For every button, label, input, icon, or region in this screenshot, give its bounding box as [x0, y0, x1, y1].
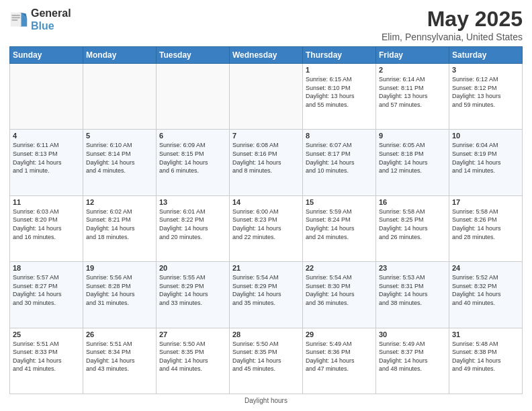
week-row-5: 25Sunrise: 5:51 AM Sunset: 8:33 PM Dayli…: [10, 328, 523, 394]
day-info: Sunrise: 5:54 AM Sunset: 8:30 PM Dayligh…: [306, 273, 373, 307]
calendar-cell: 30Sunrise: 5:49 AM Sunset: 8:37 PM Dayli…: [376, 328, 449, 394]
daylight-label: Daylight hours: [245, 397, 287, 404]
month-title: May 2025: [382, 7, 523, 32]
calendar-cell: 17Sunrise: 5:58 AM Sunset: 8:26 PM Dayli…: [449, 195, 523, 261]
day-number: 30: [379, 330, 446, 338]
calendar-cell: 3Sunrise: 6:12 AM Sunset: 8:12 PM Daylig…: [449, 64, 523, 130]
calendar-cell: 23Sunrise: 5:53 AM Sunset: 8:31 PM Dayli…: [376, 262, 449, 328]
day-number: 16: [379, 198, 446, 206]
logo-text: General Blue: [31, 7, 71, 32]
day-number: 29: [306, 330, 373, 338]
day-info: Sunrise: 5:49 AM Sunset: 8:36 PM Dayligh…: [306, 340, 373, 373]
day-header-sunday: Sunday: [10, 47, 83, 64]
day-number: 3: [452, 66, 519, 74]
day-info: Sunrise: 6:07 AM Sunset: 8:17 PM Dayligh…: [306, 141, 373, 175]
day-number: 31: [452, 330, 519, 338]
day-info: Sunrise: 6:03 AM Sunset: 8:20 PM Dayligh…: [13, 208, 80, 241]
calendar-cell: 31Sunrise: 5:48 AM Sunset: 8:38 PM Dayli…: [449, 328, 523, 394]
day-info: Sunrise: 5:59 AM Sunset: 8:24 PM Dayligh…: [306, 208, 373, 241]
day-info: Sunrise: 6:01 AM Sunset: 8:22 PM Dayligh…: [159, 208, 226, 241]
day-number: 23: [379, 264, 446, 272]
day-info: Sunrise: 5:58 AM Sunset: 8:26 PM Dayligh…: [452, 208, 519, 241]
calendar-cell: 22Sunrise: 5:54 AM Sunset: 8:30 PM Dayli…: [303, 262, 376, 328]
calendar-cell: [230, 64, 303, 130]
day-info: Sunrise: 5:57 AM Sunset: 8:27 PM Dayligh…: [13, 273, 80, 307]
day-number: 1: [306, 66, 373, 74]
calendar-cell: 7Sunrise: 6:08 AM Sunset: 8:16 PM Daylig…: [230, 130, 303, 195]
day-number: 26: [86, 330, 153, 338]
day-number: 5: [86, 132, 153, 140]
day-info: Sunrise: 5:54 AM Sunset: 8:29 PM Dayligh…: [232, 273, 300, 307]
day-number: 18: [13, 264, 80, 272]
calendar-cell: 5Sunrise: 6:10 AM Sunset: 8:14 PM Daylig…: [83, 130, 157, 195]
calendar-cell: [157, 64, 230, 130]
day-header-monday: Monday: [83, 47, 157, 64]
day-number: 7: [232, 132, 300, 140]
calendar-table: SundayMondayTuesdayWednesdayThursdayFrid…: [9, 46, 523, 394]
day-info: Sunrise: 5:50 AM Sunset: 8:35 PM Dayligh…: [159, 340, 226, 373]
day-info: Sunrise: 5:58 AM Sunset: 8:25 PM Dayligh…: [379, 208, 446, 241]
svg-rect-4: [12, 15, 20, 16]
day-number: 11: [13, 198, 80, 206]
day-info: Sunrise: 6:14 AM Sunset: 8:11 PM Dayligh…: [379, 75, 446, 109]
calendar-cell: 2Sunrise: 6:14 AM Sunset: 8:11 PM Daylig…: [376, 64, 449, 130]
week-row-3: 11Sunrise: 6:03 AM Sunset: 8:20 PM Dayli…: [10, 195, 523, 261]
day-info: Sunrise: 5:52 AM Sunset: 8:32 PM Dayligh…: [452, 273, 519, 307]
calendar-cell: [83, 64, 157, 130]
day-info: Sunrise: 5:53 AM Sunset: 8:31 PM Dayligh…: [379, 273, 446, 307]
day-info: Sunrise: 6:15 AM Sunset: 8:10 PM Dayligh…: [306, 75, 373, 109]
calendar-cell: 11Sunrise: 6:03 AM Sunset: 8:20 PM Dayli…: [10, 195, 83, 261]
day-number: 12: [86, 198, 153, 206]
day-info: Sunrise: 6:05 AM Sunset: 8:18 PM Dayligh…: [379, 141, 446, 175]
day-info: Sunrise: 6:12 AM Sunset: 8:12 PM Dayligh…: [452, 75, 519, 109]
calendar-cell: 29Sunrise: 5:49 AM Sunset: 8:36 PM Dayli…: [303, 328, 376, 394]
day-number: 14: [232, 198, 300, 206]
day-number: 28: [232, 330, 300, 338]
day-info: Sunrise: 5:55 AM Sunset: 8:29 PM Dayligh…: [159, 273, 226, 307]
calendar-cell: [10, 64, 83, 130]
day-info: Sunrise: 5:50 AM Sunset: 8:35 PM Dayligh…: [232, 340, 300, 373]
day-info: Sunrise: 6:08 AM Sunset: 8:16 PM Dayligh…: [232, 141, 300, 175]
calendar-cell: 25Sunrise: 5:51 AM Sunset: 8:33 PM Dayli…: [10, 328, 83, 394]
day-number: 10: [452, 132, 519, 140]
day-number: 21: [232, 264, 300, 272]
day-number: 27: [159, 330, 226, 338]
calendar-cell: 6Sunrise: 6:09 AM Sunset: 8:15 PM Daylig…: [157, 130, 230, 195]
day-number: 20: [159, 264, 226, 272]
location: Elim, Pennsylvania, United States: [382, 32, 523, 42]
week-row-2: 4Sunrise: 6:11 AM Sunset: 8:13 PM Daylig…: [10, 130, 523, 195]
day-number: 22: [306, 264, 373, 272]
day-header-tuesday: Tuesday: [157, 47, 230, 64]
calendar-cell: 26Sunrise: 5:51 AM Sunset: 8:34 PM Dayli…: [83, 328, 157, 394]
day-number: 4: [13, 132, 80, 140]
day-info: Sunrise: 5:49 AM Sunset: 8:37 PM Dayligh…: [379, 340, 446, 373]
week-row-1: 1Sunrise: 6:15 AM Sunset: 8:10 PM Daylig…: [10, 64, 523, 130]
week-row-4: 18Sunrise: 5:57 AM Sunset: 8:27 PM Dayli…: [10, 262, 523, 328]
calendar-cell: 28Sunrise: 5:50 AM Sunset: 8:35 PM Dayli…: [230, 328, 303, 394]
calendar-cell: 21Sunrise: 5:54 AM Sunset: 8:29 PM Dayli…: [230, 262, 303, 328]
calendar-cell: 24Sunrise: 5:52 AM Sunset: 8:32 PM Dayli…: [449, 262, 523, 328]
logo-icon: [9, 10, 28, 29]
day-info: Sunrise: 6:04 AM Sunset: 8:19 PM Dayligh…: [452, 141, 519, 175]
footer: Daylight hours: [9, 397, 523, 404]
day-number: 9: [379, 132, 446, 140]
day-number: 17: [452, 198, 519, 206]
calendar-cell: 12Sunrise: 6:02 AM Sunset: 8:21 PM Dayli…: [83, 195, 157, 261]
calendar-cell: 18Sunrise: 5:57 AM Sunset: 8:27 PM Dayli…: [10, 262, 83, 328]
calendar-cell: 13Sunrise: 6:01 AM Sunset: 8:22 PM Dayli…: [157, 195, 230, 261]
day-number: 13: [159, 198, 226, 206]
day-header-friday: Friday: [376, 47, 449, 64]
day-info: Sunrise: 6:02 AM Sunset: 8:21 PM Dayligh…: [86, 208, 153, 241]
calendar-cell: 4Sunrise: 6:11 AM Sunset: 8:13 PM Daylig…: [10, 130, 83, 195]
day-info: Sunrise: 6:09 AM Sunset: 8:15 PM Dayligh…: [159, 141, 226, 175]
day-number: 24: [452, 264, 519, 272]
calendar-cell: 20Sunrise: 5:55 AM Sunset: 8:29 PM Dayli…: [157, 262, 230, 328]
day-info: Sunrise: 5:48 AM Sunset: 8:38 PM Dayligh…: [452, 340, 519, 373]
day-header-saturday: Saturday: [449, 47, 523, 64]
calendar-cell: 14Sunrise: 6:00 AM Sunset: 8:23 PM Dayli…: [230, 195, 303, 261]
day-info: Sunrise: 6:00 AM Sunset: 8:23 PM Dayligh…: [232, 208, 300, 241]
day-number: 19: [86, 264, 153, 272]
page: General Blue May 2025 Elim, Pennsylvania…: [0, 0, 532, 411]
day-number: 25: [13, 330, 80, 338]
calendar-cell: 10Sunrise: 6:04 AM Sunset: 8:19 PM Dayli…: [449, 130, 523, 195]
